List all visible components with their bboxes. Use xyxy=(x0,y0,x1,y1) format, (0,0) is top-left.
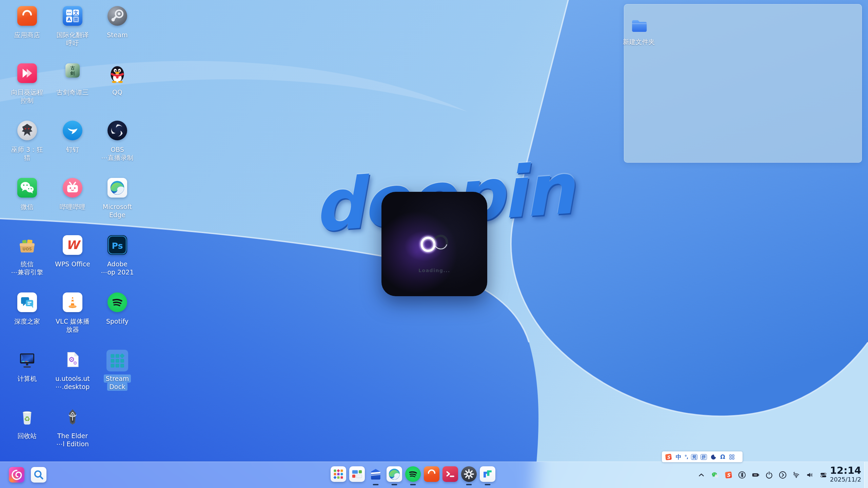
desktop-icon-bilibili[interactable]: 哔哩哔哩 xyxy=(51,178,94,211)
wifi6-icon: 6 xyxy=(792,470,801,480)
desktop-icon-label: 统信⋯兼容引擎 xyxy=(11,260,43,276)
dock-spotify[interactable] xyxy=(405,466,421,482)
tray-shutdown-icon[interactable] xyxy=(765,470,774,480)
desktop-icon-adobe-photoshop-2021[interactable]: PsAdobe⋯op 2021 xyxy=(96,235,139,276)
dock-microsoft-edge[interactable] xyxy=(387,466,402,482)
desktop-icon-wps-office[interactable]: WWPS Office xyxy=(51,235,94,268)
desktop-icon-skyrim-special-edition[interactable]: The Elder⋯l Edition xyxy=(51,407,94,448)
battery-icon xyxy=(751,470,760,480)
streamdock-icon xyxy=(108,351,127,370)
desktop-icon-stream-dock[interactable]: StreamDock xyxy=(96,350,139,391)
desktop-icon-spotify[interactable]: Spotify xyxy=(96,292,139,325)
launchergrid-icon xyxy=(331,466,346,482)
edge-icon xyxy=(387,466,402,482)
desktop-icon-deepin-home[interactable]: 深度之家 xyxy=(5,292,49,325)
desktop-icon-wechat[interactable]: 微信 xyxy=(5,178,49,211)
imegrid-icon xyxy=(728,453,735,461)
desktop-icon-vlc-player[interactable]: VLC 媒体播放器 xyxy=(51,292,94,333)
appstore-icon xyxy=(424,466,439,482)
desktop-icon-label: MicrosoftEdge xyxy=(103,203,132,219)
desktop-icon-label: Adobe⋯op 2021 xyxy=(101,260,134,276)
desktop-icon-label: OBS⋯直播录制 xyxy=(101,145,134,162)
desktop-icon-microsoft-edge[interactable]: MicrosoftEdge xyxy=(96,178,139,219)
desktop-icon-obs-studio[interactable]: OBS⋯直播录制 xyxy=(96,121,139,162)
dock-app-grid[interactable] xyxy=(331,466,346,482)
desktop-icon-label: Spotify xyxy=(106,317,129,325)
tray-sogou-ime-icon[interactable]: S xyxy=(724,470,733,480)
desktop-icon-label: 国际化翻译呼吁 xyxy=(57,31,89,47)
desktop-icon-label: 回收站 xyxy=(18,432,37,440)
dingtalk-icon xyxy=(63,121,82,140)
infinity-icon xyxy=(398,223,471,264)
ime-toolbar: S中°,简拼Ω xyxy=(662,451,743,462)
desktop-icon-sunflower-remote[interactable]: 向日葵远程控制 xyxy=(5,63,49,104)
ime-lang-mode[interactable]: 中 xyxy=(676,454,682,460)
taskbar: S6 12:14 2025/11/2 xyxy=(0,462,868,488)
appstore-icon xyxy=(17,6,37,26)
dock-control-center[interactable] xyxy=(461,466,477,482)
tray-volume-icon[interactable] xyxy=(805,470,814,480)
todesk-icon xyxy=(480,466,495,482)
desktop-icon-label: Steam xyxy=(107,31,127,39)
folder-icon xyxy=(629,16,648,35)
desktop-icon-i18n-translate[interactable]: 文A国际化翻译呼吁 xyxy=(51,6,94,47)
clock[interactable]: 12:14 2025/11/2 xyxy=(830,465,861,483)
volume-icon xyxy=(805,470,814,480)
desktop-icon-gujian-qitan-3[interactable]: 古剑古剑奇谭三 xyxy=(51,63,94,96)
desktop-icon-label: 钉钉 xyxy=(66,145,79,154)
ime-charset[interactable]: 简 xyxy=(691,454,697,460)
ime-sogou-logo-icon[interactable]: S xyxy=(664,453,673,461)
running-indicator xyxy=(485,484,491,485)
desktop-icon-label: 巫师 3：狂猎 xyxy=(11,145,43,162)
chevup-icon xyxy=(697,470,706,480)
svg-text:古: 古 xyxy=(70,65,75,70)
search-button[interactable] xyxy=(31,467,46,483)
svg-text:UOS: UOS xyxy=(22,247,32,251)
tray-power-adapter-icon[interactable] xyxy=(751,470,760,480)
desktop-icon-steam[interactable]: Steam xyxy=(96,6,139,39)
moon-icon xyxy=(710,453,717,461)
tray-wifi-icon[interactable]: 6 xyxy=(792,470,801,480)
ime-punctuation-mode[interactable]: °, xyxy=(685,454,688,459)
desktop-icon-qq[interactable]: QQ xyxy=(96,63,139,96)
desktop-icon-dingtalk[interactable]: 钉钉 xyxy=(51,121,94,154)
svg-text:W: W xyxy=(66,238,81,252)
dock-multitasking-view[interactable] xyxy=(349,466,365,482)
dock-file-manager[interactable] xyxy=(368,466,383,482)
desktop-icon-new-folder[interactable]: 新建文件夹 xyxy=(625,16,653,46)
show-desktop-button[interactable] xyxy=(864,462,868,488)
edge-icon xyxy=(107,178,127,198)
launcher-button[interactable] xyxy=(9,467,24,483)
filemanager-icon xyxy=(368,466,383,482)
dock-terminal[interactable] xyxy=(442,466,458,482)
desktop-icon-utools-desktop-file[interactable]: ⚙⚙u.utools.ut⋯.desktop xyxy=(51,350,94,391)
obs-icon xyxy=(107,121,127,140)
ime-keyboard-pinyin[interactable]: 拼 xyxy=(701,454,707,460)
ime-symbols[interactable]: Ω xyxy=(720,454,725,460)
tray-bluetooth-icon[interactable] xyxy=(737,470,747,480)
power-icon xyxy=(765,470,774,480)
deepinhome-icon xyxy=(17,292,37,312)
steam-icon xyxy=(107,6,127,26)
tray-wechat-tray-icon[interactable] xyxy=(710,470,719,480)
desktop-icon-label: u.utools.ut⋯.desktop xyxy=(55,374,90,391)
tray-quick-switches-icon[interactable] xyxy=(819,470,828,480)
dock-todesk[interactable] xyxy=(480,466,495,482)
bilibili-icon xyxy=(63,178,82,198)
desktop-icon-computer[interactable]: 计算机 xyxy=(5,350,49,383)
dock-app-store[interactable] xyxy=(424,466,439,482)
tray-tray-more-icon[interactable] xyxy=(778,470,787,480)
ime-night-mode-icon[interactable] xyxy=(710,453,717,461)
svg-text:Ps: Ps xyxy=(112,241,123,251)
searchbtn-icon xyxy=(31,467,46,483)
desktop-icon-label: QQ xyxy=(112,88,122,96)
ime-toolbox-icon[interactable] xyxy=(728,453,735,461)
deepinlauncher-icon xyxy=(9,467,24,483)
desktop-icon-recycle-bin[interactable]: ♻回收站 xyxy=(5,407,49,440)
desktop-icon-witcher-3[interactable]: 巫师 3：狂猎 xyxy=(5,121,49,162)
translate-icon: 文A xyxy=(63,6,82,26)
desktop-icon-uos-compat-engine[interactable]: UOS统信⋯兼容引擎 xyxy=(5,235,49,276)
recyclebin-icon: ♻ xyxy=(17,407,37,427)
desktop-icon-app-store[interactable]: 应用商店 xyxy=(5,6,49,39)
tray-tray-expand-icon[interactable] xyxy=(697,470,706,480)
